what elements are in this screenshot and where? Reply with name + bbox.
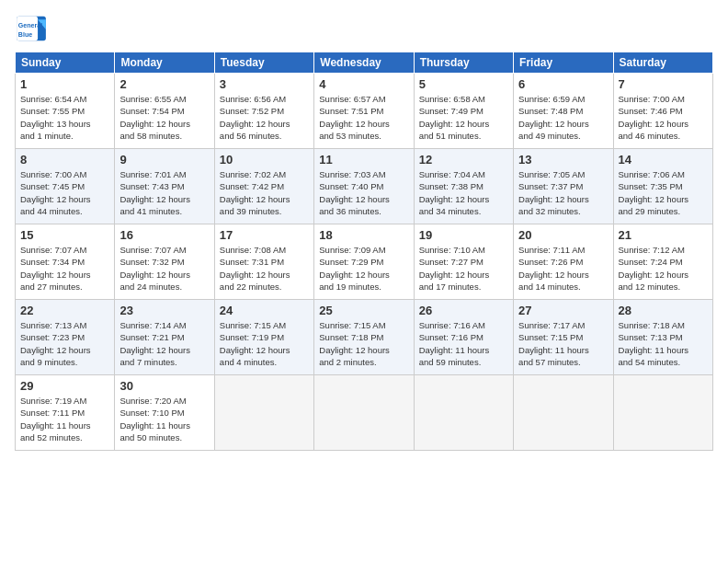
day-info: Sunrise: 7:15 AMSunset: 7:19 PMDaylight:… bbox=[220, 319, 309, 368]
day-cell bbox=[314, 375, 414, 451]
day-number: 7 bbox=[619, 77, 708, 91]
day-info: Sunrise: 7:19 AMSunset: 7:11 PMDaylight:… bbox=[20, 395, 109, 443]
day-number: 15 bbox=[20, 228, 109, 242]
day-info: Sunrise: 7:07 AMSunset: 7:34 PMDaylight:… bbox=[20, 244, 109, 293]
day-info: Sunrise: 7:05 AMSunset: 7:37 PMDaylight:… bbox=[518, 168, 608, 217]
day-number: 4 bbox=[319, 77, 408, 91]
calendar-container: General Blue SundayMondayTuesdayWednesda… bbox=[0, 0, 728, 563]
day-info: Sunrise: 7:18 AMSunset: 7:13 PMDaylight:… bbox=[619, 319, 708, 368]
col-header-monday: Monday bbox=[115, 52, 214, 74]
day-info: Sunrise: 6:56 AMSunset: 7:52 PMDaylight:… bbox=[220, 93, 309, 142]
day-cell: 14Sunrise: 7:06 AMSunset: 7:35 PMDayligh… bbox=[613, 149, 712, 224]
day-cell: 6Sunrise: 6:59 AMSunset: 7:48 PMDaylight… bbox=[514, 74, 613, 149]
col-header-wednesday: Wednesday bbox=[314, 52, 414, 74]
svg-text:Blue: Blue bbox=[18, 31, 32, 38]
day-number: 19 bbox=[419, 228, 508, 242]
day-number: 30 bbox=[119, 379, 209, 393]
day-cell: 9Sunrise: 7:01 AMSunset: 7:43 PMDaylight… bbox=[115, 149, 214, 224]
day-number: 16 bbox=[119, 228, 209, 242]
col-header-tuesday: Tuesday bbox=[214, 52, 313, 74]
day-cell: 5Sunrise: 6:58 AMSunset: 7:49 PMDaylight… bbox=[414, 74, 513, 149]
day-number: 27 bbox=[518, 304, 608, 317]
col-header-saturday: Saturday bbox=[613, 52, 712, 74]
day-cell: 30Sunrise: 7:20 AMSunset: 7:10 PMDayligh… bbox=[115, 375, 214, 451]
day-info: Sunrise: 7:16 AMSunset: 7:16 PMDaylight:… bbox=[419, 319, 508, 368]
day-number: 18 bbox=[319, 228, 408, 242]
day-cell bbox=[414, 375, 513, 451]
day-cell: 8Sunrise: 7:00 AMSunset: 7:45 PMDaylight… bbox=[16, 149, 115, 224]
svg-text:General: General bbox=[18, 22, 42, 29]
day-number: 20 bbox=[518, 228, 608, 242]
day-cell: 28Sunrise: 7:18 AMSunset: 7:13 PMDayligh… bbox=[613, 300, 712, 375]
day-number: 29 bbox=[20, 379, 109, 393]
day-cell bbox=[514, 375, 613, 451]
day-cell: 20Sunrise: 7:11 AMSunset: 7:26 PMDayligh… bbox=[514, 224, 613, 300]
day-info: Sunrise: 7:09 AMSunset: 7:29 PMDaylight:… bbox=[319, 244, 408, 293]
day-info: Sunrise: 7:14 AMSunset: 7:21 PMDaylight:… bbox=[119, 319, 209, 368]
day-cell: 13Sunrise: 7:05 AMSunset: 7:37 PMDayligh… bbox=[514, 149, 613, 224]
day-info: Sunrise: 6:57 AMSunset: 7:51 PMDaylight:… bbox=[319, 93, 408, 142]
header: General Blue bbox=[15, 15, 713, 42]
col-header-sunday: Sunday bbox=[16, 52, 115, 74]
day-cell: 7Sunrise: 7:00 AMSunset: 7:46 PMDaylight… bbox=[613, 74, 712, 149]
day-info: Sunrise: 7:20 AMSunset: 7:10 PMDaylight:… bbox=[119, 395, 209, 443]
day-number: 22 bbox=[20, 304, 109, 317]
day-info: Sunrise: 7:17 AMSunset: 7:15 PMDaylight:… bbox=[518, 319, 608, 368]
day-cell: 12Sunrise: 7:04 AMSunset: 7:38 PMDayligh… bbox=[414, 149, 513, 224]
day-info: Sunrise: 7:00 AMSunset: 7:46 PMDaylight:… bbox=[619, 93, 708, 142]
day-number: 14 bbox=[619, 153, 708, 167]
day-info: Sunrise: 7:13 AMSunset: 7:23 PMDaylight:… bbox=[20, 319, 109, 368]
day-info: Sunrise: 6:59 AMSunset: 7:48 PMDaylight:… bbox=[518, 93, 608, 142]
day-number: 5 bbox=[419, 77, 508, 91]
week-row-3: 15Sunrise: 7:07 AMSunset: 7:34 PMDayligh… bbox=[16, 224, 713, 300]
day-number: 28 bbox=[619, 304, 708, 317]
day-info: Sunrise: 7:10 AMSunset: 7:27 PMDaylight:… bbox=[419, 244, 508, 293]
header-row: SundayMondayTuesdayWednesdayThursdayFrid… bbox=[16, 52, 713, 74]
week-row-4: 22Sunrise: 7:13 AMSunset: 7:23 PMDayligh… bbox=[16, 300, 713, 375]
day-number: 10 bbox=[220, 153, 309, 167]
day-cell: 23Sunrise: 7:14 AMSunset: 7:21 PMDayligh… bbox=[115, 300, 214, 375]
day-number: 11 bbox=[319, 153, 408, 167]
day-cell: 25Sunrise: 7:15 AMSunset: 7:18 PMDayligh… bbox=[314, 300, 414, 375]
day-info: Sunrise: 6:58 AMSunset: 7:49 PMDaylight:… bbox=[419, 93, 508, 142]
day-info: Sunrise: 7:11 AMSunset: 7:26 PMDaylight:… bbox=[518, 244, 608, 293]
day-cell: 19Sunrise: 7:10 AMSunset: 7:27 PMDayligh… bbox=[414, 224, 513, 300]
day-number: 24 bbox=[220, 304, 309, 317]
day-cell: 29Sunrise: 7:19 AMSunset: 7:11 PMDayligh… bbox=[16, 375, 115, 451]
day-info: Sunrise: 7:04 AMSunset: 7:38 PMDaylight:… bbox=[419, 168, 508, 217]
day-number: 9 bbox=[119, 153, 209, 167]
logo-icon: General Blue bbox=[15, 15, 48, 42]
col-header-thursday: Thursday bbox=[414, 52, 513, 74]
day-number: 3 bbox=[220, 77, 309, 91]
day-number: 13 bbox=[518, 153, 608, 167]
day-info: Sunrise: 7:00 AMSunset: 7:45 PMDaylight:… bbox=[20, 168, 109, 217]
day-cell bbox=[214, 375, 313, 451]
day-cell: 4Sunrise: 6:57 AMSunset: 7:51 PMDaylight… bbox=[314, 74, 414, 149]
day-info: Sunrise: 7:03 AMSunset: 7:40 PMDaylight:… bbox=[319, 168, 408, 217]
day-cell: 18Sunrise: 7:09 AMSunset: 7:29 PMDayligh… bbox=[314, 224, 414, 300]
day-number: 25 bbox=[319, 304, 408, 317]
day-cell: 11Sunrise: 7:03 AMSunset: 7:40 PMDayligh… bbox=[314, 149, 414, 224]
day-cell: 21Sunrise: 7:12 AMSunset: 7:24 PMDayligh… bbox=[613, 224, 712, 300]
day-cell: 10Sunrise: 7:02 AMSunset: 7:42 PMDayligh… bbox=[214, 149, 313, 224]
logo: General Blue bbox=[15, 15, 48, 42]
day-cell: 17Sunrise: 7:08 AMSunset: 7:31 PMDayligh… bbox=[214, 224, 313, 300]
day-number: 1 bbox=[20, 77, 109, 91]
day-info: Sunrise: 6:55 AMSunset: 7:54 PMDaylight:… bbox=[119, 93, 209, 142]
day-number: 12 bbox=[419, 153, 508, 167]
day-cell: 26Sunrise: 7:16 AMSunset: 7:16 PMDayligh… bbox=[414, 300, 513, 375]
day-cell bbox=[613, 375, 712, 451]
day-number: 8 bbox=[20, 153, 109, 167]
day-info: Sunrise: 7:07 AMSunset: 7:32 PMDaylight:… bbox=[119, 244, 209, 293]
day-cell: 22Sunrise: 7:13 AMSunset: 7:23 PMDayligh… bbox=[16, 300, 115, 375]
week-row-1: 1Sunrise: 6:54 AMSunset: 7:55 PMDaylight… bbox=[16, 74, 713, 149]
day-info: Sunrise: 6:54 AMSunset: 7:55 PMDaylight:… bbox=[20, 93, 109, 142]
day-number: 2 bbox=[119, 77, 209, 91]
day-cell: 16Sunrise: 7:07 AMSunset: 7:32 PMDayligh… bbox=[115, 224, 214, 300]
day-info: Sunrise: 7:01 AMSunset: 7:43 PMDaylight:… bbox=[119, 168, 209, 217]
day-info: Sunrise: 7:02 AMSunset: 7:42 PMDaylight:… bbox=[220, 168, 309, 217]
day-number: 26 bbox=[419, 304, 508, 317]
day-number: 6 bbox=[518, 77, 608, 91]
day-cell: 24Sunrise: 7:15 AMSunset: 7:19 PMDayligh… bbox=[214, 300, 313, 375]
day-cell: 2Sunrise: 6:55 AMSunset: 7:54 PMDaylight… bbox=[115, 74, 214, 149]
